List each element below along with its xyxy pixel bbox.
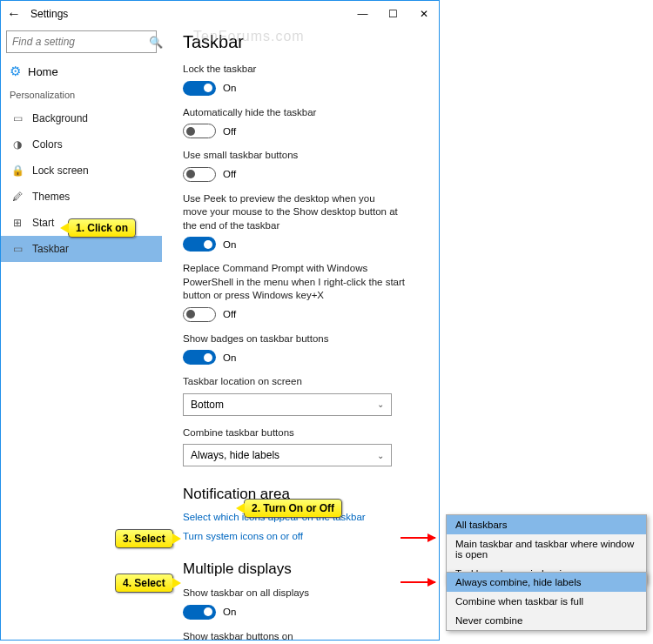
themes-icon: 🖉: [11, 191, 24, 203]
setting-label: Combine taskbar buttons: [183, 426, 423, 440]
section-heading: Multiple displays: [183, 560, 423, 578]
menu-item[interactable]: Main taskbar and taskbar where window is…: [447, 534, 646, 564]
maximize-button[interactable]: ☐: [378, 1, 408, 27]
combine-dropdown[interactable]: Always, hide labels ⌄: [183, 444, 392, 466]
small-buttons-toggle[interactable]: [183, 167, 216, 182]
search-icon: 🔍: [149, 36, 163, 49]
sidebar-item-label: Colors: [32, 138, 63, 151]
callout-4: 4. Select: [115, 574, 173, 593]
show-all-displays-toggle[interactable]: [183, 605, 216, 620]
setting-label: Taskbar location on screen: [183, 375, 423, 389]
combine-other-menu: Always combine, hide labels Combine when…: [446, 572, 647, 631]
setting-label: Use small taskbar buttons: [183, 149, 423, 163]
settings-window: ← Settings — ☐ ✕ 🔍 ⚙ Home Personalizatio…: [0, 0, 440, 641]
sidebar-item-themes[interactable]: 🖉Themes: [1, 184, 162, 210]
sidebar-item-background[interactable]: ▭Background: [1, 105, 162, 131]
setting-label: Show badges on taskbar buttons: [183, 332, 423, 346]
lock-screen-icon: 🔒: [11, 164, 24, 177]
back-button[interactable]: ←: [1, 6, 27, 22]
menu-item[interactable]: All taskbars: [447, 515, 646, 534]
colors-icon: ◑: [11, 138, 24, 151]
setting-label: Lock the taskbar: [183, 63, 423, 77]
chevron-down-icon: ⌄: [377, 451, 384, 460]
callout-3: 3. Select: [115, 529, 173, 548]
home-label: Home: [28, 65, 58, 78]
chevron-down-icon: ⌄: [377, 399, 384, 409]
home-nav[interactable]: ⚙ Home: [1, 58, 162, 86]
menu-item[interactable]: Never combine: [447, 611, 646, 630]
sidebar-item-label: Start: [32, 217, 54, 229]
callout-1: 1. Click on: [68, 218, 136, 238]
peek-toggle[interactable]: [183, 237, 216, 252]
dropdown-value: Bottom: [191, 399, 224, 411]
menu-item[interactable]: Always combine, hide labels: [447, 573, 646, 592]
background-icon: ▭: [11, 112, 24, 124]
location-dropdown[interactable]: Bottom ⌄: [183, 393, 392, 416]
page-title: Taskbar: [183, 32, 423, 52]
sidebar-item-label: Themes: [32, 191, 70, 203]
setting-label: Show taskbar on all displays: [183, 587, 423, 600]
system-icons-link[interactable]: Turn system icons on or off: [183, 531, 423, 541]
toggle-state: On: [223, 83, 236, 93]
sidebar-item-label: Taskbar: [32, 243, 69, 255]
autohide-toggle[interactable]: [183, 124, 216, 138]
setting-label: Show taskbar buttons on: [183, 630, 423, 640]
section-header: Personalization: [1, 86, 162, 105]
sidebar-item-lock-screen[interactable]: 🔒Lock screen: [1, 158, 162, 184]
setting-label: Replace Command Prompt with Windows Powe…: [183, 262, 409, 303]
toggle-state: On: [223, 607, 236, 617]
window-title: Settings: [27, 8, 68, 20]
dropdown-value: Always, hide labels: [191, 449, 279, 461]
minimize-button[interactable]: —: [347, 1, 378, 27]
toggle-state: On: [223, 239, 236, 250]
search-input[interactable]: [7, 36, 149, 48]
taskbar-icon: ▭: [11, 243, 24, 255]
start-icon: ⊞: [11, 217, 24, 229]
sidebar-item-label: Lock screen: [32, 164, 89, 177]
titlebar: ← Settings — ☐ ✕: [1, 1, 439, 27]
sidebar-item-taskbar[interactable]: ▭Taskbar: [1, 236, 162, 262]
badges-toggle[interactable]: [183, 350, 216, 365]
arrow-icon: [401, 581, 435, 583]
powershell-toggle[interactable]: [183, 307, 216, 322]
callout-2: 2. Turn On or Off: [244, 499, 342, 518]
toggle-state: On: [223, 352, 236, 363]
lock-taskbar-toggle[interactable]: [183, 81, 216, 96]
toggle-state: Off: [223, 169, 236, 179]
toggle-state: Off: [223, 309, 236, 319]
setting-label: Automatically hide the taskbar: [183, 106, 423, 120]
close-button[interactable]: ✕: [408, 1, 439, 27]
setting-label: Use Peek to preview the desktop when you…: [183, 192, 401, 233]
arrow-icon: [401, 537, 435, 539]
menu-item[interactable]: Combine when taskbar is full: [447, 592, 646, 611]
search-box[interactable]: 🔍: [6, 30, 157, 53]
sidebar-item-colors[interactable]: ◑Colors: [1, 131, 162, 158]
gear-icon: ⚙: [10, 64, 21, 79]
sidebar-item-label: Background: [32, 112, 88, 124]
content-area: TenForums.com Taskbar Lock the taskbar O…: [162, 27, 439, 640]
toggle-state: Off: [223, 126, 236, 137]
